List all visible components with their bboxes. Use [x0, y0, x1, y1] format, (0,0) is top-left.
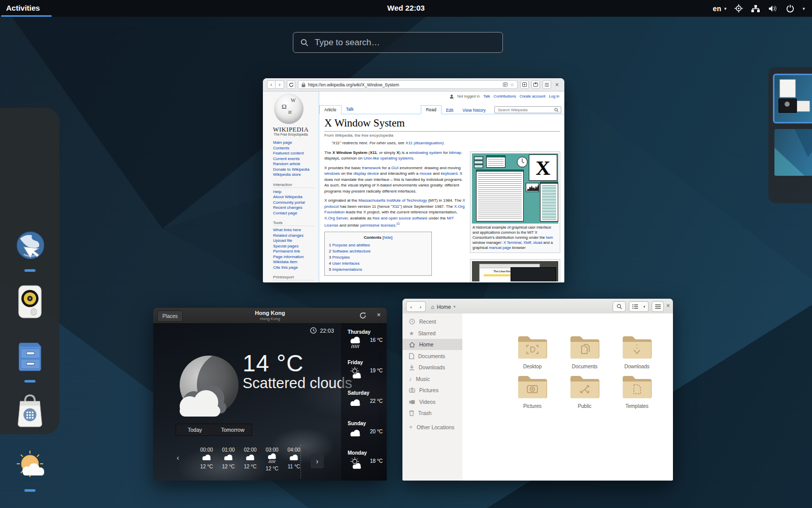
second-thumbnail[interactable]: The Linux Kernel Archives — [470, 259, 560, 282]
close-icon[interactable]: × — [377, 311, 381, 319]
historical-x-thumbnail[interactable]: X A historical example of graphical user… — [470, 151, 560, 253]
tomorrow-button[interactable]: Tomorrow — [214, 424, 252, 436]
menu-button[interactable] — [543, 80, 551, 89]
sidebar-item-music[interactable]: ♪ Music — [402, 373, 462, 385]
dock-app-files[interactable] — [13, 337, 47, 375]
folder-desktop[interactable]: Desktop — [511, 335, 554, 369]
nav-link[interactable]: Featured content — [273, 151, 319, 156]
dock-app-weather[interactable] — [13, 447, 47, 486]
folder-pictures[interactable]: Pictures — [511, 374, 554, 409]
log-in-link[interactable]: Log in — [549, 94, 559, 99]
files-window[interactable]: ‹ › ⌂ Home ▾ ▾ — [402, 299, 673, 481]
nav-link[interactable]: About Wikipedia — [273, 195, 319, 200]
tab-talk[interactable]: Talk — [342, 105, 358, 114]
network-wired-icon[interactable] — [751, 5, 760, 13]
nav-link[interactable]: Cite this page — [273, 265, 319, 271]
menu-button[interactable] — [652, 301, 664, 312]
sidebar-item-starred[interactable]: ★ Starred — [402, 328, 462, 339]
folder-documents[interactable]: Documents — [563, 335, 606, 369]
reader-mode-icon[interactable] — [503, 82, 507, 87]
toc-hide-link[interactable]: hide — [384, 235, 391, 240]
folder-music[interactable]: Music — [667, 335, 673, 369]
nav-link[interactable]: Page information — [273, 255, 319, 260]
nav-link[interactable]: Community portal — [273, 200, 319, 206]
create-account-link[interactable]: Create account — [520, 94, 546, 99]
hourly-next-chevron[interactable]: › — [311, 454, 324, 468]
keyboard-layout-button[interactable]: en ▾ — [713, 5, 727, 13]
nav-link[interactable]: Contact page — [273, 211, 319, 216]
reload-button[interactable] — [287, 80, 295, 89]
show-applications-button[interactable] — [16, 505, 45, 508]
hourly-prev-chevron[interactable]: ‹ — [177, 453, 179, 462]
sidebar-item-pictures[interactable]: Pictures — [402, 385, 462, 396]
toc-link[interactable]: User interfaces — [332, 261, 360, 266]
power-icon[interactable] — [786, 5, 794, 13]
url-bar[interactable]: https://en.wikipedia.org/wiki/X_Window_S… — [298, 80, 518, 89]
nav-link[interactable]: Wikidata item — [273, 260, 319, 265]
nav-link[interactable]: Donate to Wikipedia — [273, 167, 319, 173]
browser-window[interactable]: ‹ › https://en.wikipedia.org/wiki/X_Wind… — [263, 78, 564, 282]
search-input[interactable] — [314, 37, 495, 48]
path-button[interactable]: ⌂ Home ▾ — [431, 301, 455, 312]
nav-link[interactable]: Help — [273, 189, 319, 195]
tab-edit[interactable]: Edit — [442, 106, 458, 114]
close-button[interactable]: × — [554, 81, 560, 88]
library-button[interactable] — [531, 80, 540, 89]
sidebar-item-other-locations[interactable]: + Other Locations — [402, 422, 462, 433]
nav-link[interactable]: Main page — [273, 140, 319, 146]
dock-app-web-browser[interactable] — [13, 230, 47, 263]
search-button[interactable] — [613, 301, 626, 312]
toc-link[interactable]: Implementations — [332, 267, 362, 272]
nav-link[interactable]: Upload file — [273, 238, 319, 244]
folder-public[interactable]: Public — [563, 374, 606, 409]
sidebar-item-documents[interactable]: Documents — [402, 351, 462, 362]
view-options-chevron[interactable]: ▾ — [640, 301, 649, 312]
nav-link[interactable]: Wikipedia store — [273, 172, 319, 178]
system-menu-chevron-icon[interactable]: ▾ — [802, 6, 805, 11]
nav-link[interactable]: Permanent link — [273, 249, 319, 255]
nav-link[interactable]: Contents — [273, 146, 319, 151]
nav-link[interactable]: What links here — [273, 228, 319, 233]
back-button[interactable]: ‹ — [267, 80, 276, 89]
nav-link[interactable]: Special pages — [273, 244, 319, 249]
overview-search[interactable] — [293, 32, 503, 53]
clock-button[interactable]: Wed 22:03 — [0, 4, 812, 12]
toc-link[interactable]: Software architecture — [332, 249, 371, 253]
tab-article[interactable]: Article — [319, 105, 342, 114]
contributions-link[interactable]: Contributions — [493, 94, 516, 99]
nav-link[interactable]: Recent changes — [273, 205, 319, 211]
nav-link[interactable]: Related changes — [273, 233, 319, 239]
weather-window[interactable]: Places Hong Kong Hong Kong × 22:03 — [153, 308, 387, 481]
close-icon[interactable]: × — [666, 302, 670, 309]
sidebar-item-recent[interactable]: Recent — [402, 316, 462, 327]
folder-templates[interactable]: Templates — [615, 374, 659, 409]
forward-button[interactable]: › — [416, 301, 426, 312]
forward-button[interactable]: › — [276, 80, 284, 89]
sidebar-item-downloads[interactable]: Downloads — [402, 362, 462, 373]
sidebar-item-videos[interactable]: Videos — [402, 396, 462, 407]
refresh-icon[interactable] — [359, 312, 366, 319]
dock-app-music-player[interactable] — [13, 283, 47, 321]
today-button[interactable]: Today — [176, 424, 214, 436]
bookmark-star-icon[interactable]: ☆ — [510, 82, 514, 87]
toc-link[interactable]: Principles — [332, 255, 350, 260]
tab-view-history[interactable]: View history — [458, 106, 490, 114]
sidebar-button[interactable] — [520, 80, 529, 89]
folder-downloads[interactable]: Downloads — [615, 335, 659, 369]
sidebar-item-home[interactable]: Home — [402, 339, 462, 350]
talk-link[interactable]: Talk — [483, 94, 490, 99]
toc-link[interactable]: Purpose and abilities — [332, 243, 370, 247]
workspace-thumbnail-2[interactable] — [774, 129, 812, 176]
folder-videos[interactable]: Videos — [667, 374, 673, 409]
wikipedia-search-box[interactable] — [494, 106, 561, 113]
nav-link[interactable]: Random article — [273, 162, 319, 167]
tab-read[interactable]: Read — [421, 105, 441, 114]
sidebar-item-trash[interactable]: Trash — [402, 407, 462, 419]
volume-icon[interactable] — [768, 5, 778, 13]
dock-app-software[interactable] — [13, 390, 47, 430]
location-icon[interactable] — [734, 4, 743, 13]
wikipedia-globe-logo[interactable]: Ω W И — [274, 93, 303, 124]
workspace-thumbnail-1[interactable] — [774, 75, 812, 122]
view-toggle-button[interactable] — [629, 301, 641, 312]
wikipedia-search-input[interactable] — [497, 107, 554, 113]
